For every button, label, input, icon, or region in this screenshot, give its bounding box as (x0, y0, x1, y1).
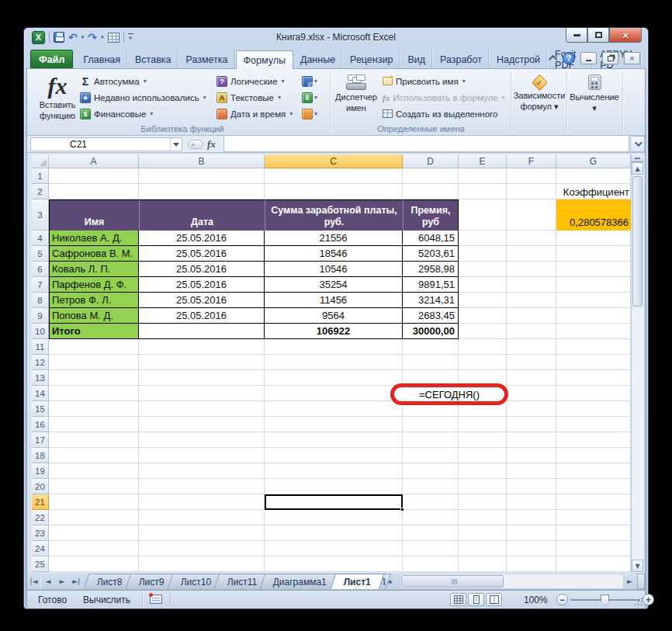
zoom-level[interactable]: 100% (524, 595, 548, 605)
name-box[interactable]: C21 (30, 137, 182, 151)
table-cell-date[interactable]: 25.05.2016 (139, 308, 265, 324)
scroll-right-icon[interactable]: ► (624, 574, 636, 589)
help-icon[interactable]: ? (563, 52, 575, 64)
row-header-16[interactable]: 16 (32, 417, 49, 432)
date-time-button[interactable]: Дата и время▾ (216, 106, 293, 121)
table-cell-premium[interactable]: 5203,61 (403, 246, 459, 262)
table-cell-total-premium[interactable]: 30000,00 (403, 324, 459, 339)
tab-данные[interactable]: Данные (293, 50, 343, 68)
more-functions-button[interactable]: ▾ (300, 106, 321, 121)
text-button[interactable]: A Текстовые▾ (216, 90, 281, 105)
lookup-reference-button[interactable]: ▾ (300, 74, 321, 88)
expand-formula-bar-icon[interactable] (630, 136, 645, 152)
workbook-minimize-button[interactable] (580, 52, 597, 64)
row-header-3[interactable]: 3 (32, 199, 49, 231)
row-header-21[interactable]: 21 (32, 494, 49, 510)
row-header-13[interactable]: 13 (32, 370, 49, 386)
table-cell-premium[interactable]: 2683,45 (403, 308, 459, 324)
column-header-A[interactable]: A (49, 154, 139, 168)
next-sheet-icon[interactable]: ► (55, 574, 69, 589)
save-icon[interactable] (54, 32, 64, 43)
table-cell-total-label[interactable]: Итого (49, 324, 139, 339)
scroll-up-icon[interactable]: ▲ (632, 162, 643, 175)
table-cell-salary[interactable]: 9564 (265, 308, 403, 324)
row-header-9[interactable]: 9 (32, 308, 49, 324)
sheet-tab-диаграмма1[interactable]: Диаграмма1 (260, 574, 341, 589)
close-button[interactable]: × (609, 28, 642, 43)
row-header-8[interactable]: 8 (32, 293, 49, 308)
row-header-24[interactable]: 24 (32, 541, 49, 556)
horizontal-scrollbar-thumb[interactable] (401, 575, 504, 588)
table-cell-name[interactable]: Парфенов Д. Ф. (49, 277, 139, 293)
formula-input[interactable] (223, 136, 629, 152)
fill-handle[interactable] (400, 508, 404, 511)
row-header-14[interactable]: 14 (32, 386, 49, 401)
row-header-11[interactable]: 11 (32, 339, 49, 355)
table-cell-date[interactable]: 25.05.2016 (139, 246, 265, 262)
table-cell-premium[interactable]: 2958,98 (403, 262, 459, 277)
create-from-selection-button[interactable]: Создать из выделенного (383, 106, 497, 121)
recently-used-button[interactable]: ★ Недавно использовались▾ (80, 90, 206, 105)
formula-bar-splitter[interactable] (188, 140, 203, 149)
formula-auditing-button[interactable]: ✓ Зависимости формул ▾ (514, 71, 565, 132)
row-header-12[interactable]: 12 (32, 355, 49, 370)
column-header-D[interactable]: D (403, 154, 459, 168)
customize-qat-icon[interactable]: ▾ (128, 33, 133, 41)
sheet-tab-лист1[interactable]: Лист1 (330, 574, 384, 589)
scroll-down-icon[interactable]: ▼ (632, 560, 643, 572)
table-cell-salary[interactable]: 35254 (265, 277, 403, 293)
table-cell-salary[interactable]: 21556 (265, 231, 403, 246)
select-all-corner[interactable] (32, 154, 49, 168)
table-cell-salary[interactable]: 18546 (265, 246, 403, 262)
define-name-button[interactable]: Присвоить имя▾ (383, 74, 466, 88)
row-header-4[interactable]: 4 (32, 231, 49, 246)
row-header-18[interactable]: 18 (32, 448, 49, 463)
table-cell-date[interactable]: 25.05.2016 (139, 293, 265, 308)
table-header-cell[interactable]: Премия, руб (403, 199, 459, 231)
horizontal-scrollbar[interactable] (400, 574, 624, 589)
tab-главная[interactable]: Главная (76, 50, 128, 68)
table-cell-premium[interactable]: 3214,31 (403, 293, 459, 308)
tab-рецензир[interactable]: Рецензир (343, 50, 400, 68)
macro-record-icon[interactable] (150, 595, 162, 604)
column-header-G[interactable]: G (556, 154, 631, 168)
row-header-22[interactable]: 22 (32, 510, 49, 525)
tab-надстрой[interactable]: Надстрой (490, 50, 548, 68)
table-cell-empty[interactable] (139, 324, 265, 339)
row-header-1[interactable]: 1 (32, 168, 49, 184)
insert-function-button[interactable]: fx Вставить функцию (36, 71, 78, 132)
minimize-button[interactable] (566, 28, 587, 43)
undo-dropdown-icon[interactable]: ▾ (81, 34, 85, 40)
row-header-25[interactable]: 25 (32, 556, 49, 572)
table-cell-total-sum[interactable]: 106922 (265, 324, 403, 339)
redo-dropdown-icon[interactable]: ▾ (101, 34, 104, 40)
restore-button[interactable] (587, 28, 609, 43)
table-header-cell[interactable]: Дата (139, 199, 265, 231)
table-cell-premium[interactable]: 9891,51 (403, 277, 459, 293)
redo-icon[interactable]: ↷ (88, 32, 97, 43)
tab-разработ[interactable]: Разработ (433, 50, 490, 68)
row-header-6[interactable]: 6 (32, 262, 49, 277)
autosum-button[interactable]: Σ Автосумма▾ (80, 74, 147, 88)
previous-sheet-icon[interactable]: ◄ (41, 574, 55, 589)
tab-формулы[interactable]: Формулы (236, 50, 293, 69)
column-header-E[interactable]: E (459, 154, 507, 168)
column-header-C[interactable]: C (265, 154, 403, 168)
table-cell-name[interactable]: Николаев А. Д. (49, 231, 139, 246)
scrollbar-split-handle[interactable] (632, 154, 643, 162)
vertical-scrollbar[interactable]: ▲▼ (631, 154, 643, 572)
table-cell-date[interactable]: 25.05.2016 (139, 231, 265, 246)
coefficient-label-cell[interactable]: Коэффициент (556, 184, 631, 199)
table-header-cell[interactable]: Имя (49, 199, 139, 231)
use-in-formula-button[interactable]: fx Использовать в формуле▾ (383, 90, 505, 105)
row-header-17[interactable]: 17 (32, 432, 49, 448)
row-header-10[interactable]: 10 (32, 324, 49, 339)
vertical-scrollbar-thumb[interactable] (632, 176, 643, 307)
tab-split-handle[interactable] (637, 574, 645, 589)
excel-logo-icon[interactable]: X (32, 31, 45, 44)
row-header-7[interactable]: 7 (32, 277, 49, 293)
calculation-button[interactable]: Вычисление ▾ (570, 71, 619, 132)
table-cell-salary[interactable]: 11456 (265, 293, 403, 308)
undo-icon[interactable]: ↶ (68, 32, 78, 43)
coefficient-value-cell[interactable]: 0,280578366 (556, 199, 631, 231)
